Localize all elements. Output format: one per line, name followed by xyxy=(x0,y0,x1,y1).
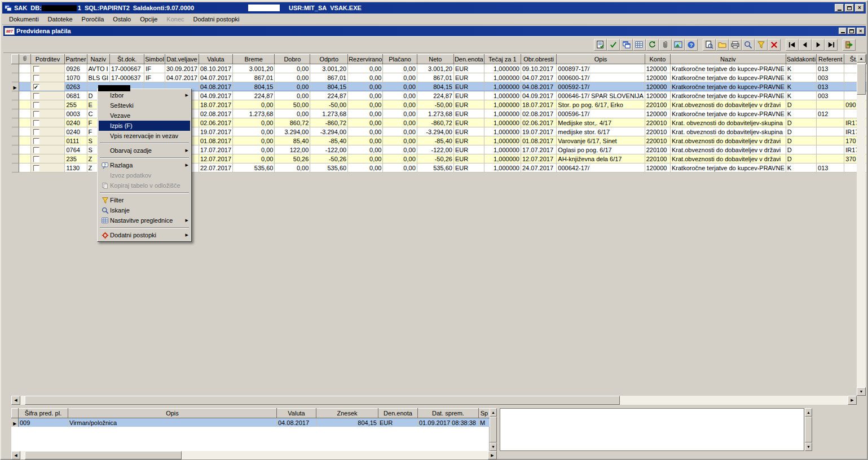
cell-konto[interactable]: 220100 xyxy=(645,100,670,109)
scrollbar-thumb[interactable] xyxy=(25,451,182,459)
cell-konto[interactable]: 220100 xyxy=(645,145,670,154)
cell-breme[interactable]: 0,00 xyxy=(233,154,275,163)
cell-neto[interactable]: 535,60 xyxy=(417,163,453,172)
cell-breme[interactable]: 535,60 xyxy=(233,163,275,172)
confirm-checkbox[interactable] xyxy=(33,138,39,144)
cell-odprto[interactable]: -122,00 xyxy=(310,145,348,154)
scroll-down-button[interactable]: ▼ xyxy=(805,443,812,451)
table-settings-icon[interactable] xyxy=(633,39,646,51)
attachment-icon[interactable] xyxy=(659,39,672,51)
column-header-obr_obresti[interactable]: Obr.obresti xyxy=(521,55,557,64)
cell-obr_obresti[interactable]: 18.07.2017 xyxy=(521,100,557,109)
scroll-down-button[interactable]: ▼ xyxy=(857,387,866,396)
cell-partner[interactable]: 0681 xyxy=(65,91,87,100)
confirm-checkbox[interactable] xyxy=(33,120,39,126)
cell-obr_obresti[interactable]: 04.07.2017 xyxy=(521,73,557,82)
cell-placano[interactable]: 0,00 xyxy=(383,64,417,73)
cell-referent[interactable] xyxy=(817,154,844,163)
column-header-dat_sprem[interactable]: Dat. sprem. xyxy=(418,409,479,418)
cell-valuta[interactable]: 19.07.2017 xyxy=(199,127,232,136)
cell-potrditev[interactable] xyxy=(30,154,65,163)
cell-opis[interactable]: 000646-17/ SPAR SLOVENIJA xyxy=(557,91,645,100)
cell-opis[interactable]: 000592-17/ xyxy=(557,82,645,91)
table-row[interactable]: 0926AVTO I17-000667IF30.09.201708.10.201… xyxy=(12,64,867,73)
cell-den_enota[interactable]: EUR xyxy=(453,64,484,73)
cell-breme[interactable]: 0,00 xyxy=(233,118,275,127)
cell-valuta[interactable]: 22.07.2017 xyxy=(199,163,232,172)
cell-odprto[interactable]: -3.294,00 xyxy=(310,127,348,136)
cell-valuta[interactable]: 18.07.2017 xyxy=(199,100,232,109)
child-restore-button[interactable] xyxy=(848,28,856,34)
cell-saldakonti[interactable]: D xyxy=(786,100,816,109)
cell-neto[interactable]: -3.294,00 xyxy=(417,127,453,136)
cell-dobro[interactable]: 0,00 xyxy=(275,73,310,82)
row-selector[interactable] xyxy=(12,145,19,154)
column-header-referent[interactable]: Referent xyxy=(817,55,844,64)
cell-opis[interactable]: 000600-17/ xyxy=(557,73,645,82)
context-menu-item-vezave[interactable]: Vezave xyxy=(99,110,190,121)
cell-breme[interactable]: 3.001,20 xyxy=(233,64,275,73)
cell-valuta[interactable]: 02.06.2017 xyxy=(199,118,232,127)
cell-tecaj_za_1[interactable]: 1,000000 xyxy=(484,127,521,136)
cell-saldakonti[interactable]: D xyxy=(786,127,816,136)
cell-odprto[interactable]: 1.273,68 xyxy=(310,109,348,118)
cell-konto[interactable]: 120000 xyxy=(645,82,670,91)
cell-opis[interactable]: AH-književna dela 6/17 xyxy=(557,154,645,163)
column-header-den_enota[interactable]: Den.enota xyxy=(378,409,418,418)
scroll-right-button[interactable]: ▶ xyxy=(848,396,857,405)
cell-potrditev[interactable] xyxy=(30,91,65,100)
cell-konto[interactable]: 120000 xyxy=(645,73,670,82)
column-header-clip[interactable] xyxy=(19,55,30,64)
cell-obr_obresti[interactable]: 19.07.2017 xyxy=(521,127,557,136)
cell-placano[interactable]: 0,00 xyxy=(383,154,417,163)
cell-clip[interactable] xyxy=(19,163,30,172)
scrollbar-track[interactable] xyxy=(20,451,488,459)
windows-icon[interactable] xyxy=(620,39,633,51)
cell-neto[interactable]: -122,00 xyxy=(417,145,453,154)
clear-filter-icon[interactable] xyxy=(768,39,781,51)
main-table-hscrollbar[interactable]: ◀ ▶ xyxy=(11,396,857,405)
memo-vscrollbar[interactable]: ▲ ▼ xyxy=(805,408,812,451)
column-header-breme[interactable]: Breme xyxy=(233,55,275,64)
cell-placano[interactable]: 0,00 xyxy=(383,118,417,127)
cell-partner[interactable]: 0240 xyxy=(65,118,87,127)
cell-potrditev[interactable] xyxy=(30,64,65,73)
row-selector[interactable] xyxy=(12,109,19,118)
cell-dobro[interactable]: 0,00 xyxy=(275,82,310,91)
cell-opis[interactable]: 000897-17/ xyxy=(557,64,645,73)
column-header-opis[interactable]: Opis xyxy=(557,55,645,64)
column-header-odprto[interactable]: Odprto xyxy=(310,55,348,64)
confirm-checkbox[interactable] xyxy=(33,102,39,108)
cell-breme[interactable]: 867,01 xyxy=(233,73,275,82)
filter-icon[interactable] xyxy=(755,39,768,51)
cell-simbol[interactable]: IF xyxy=(144,64,165,73)
scroll-up-button[interactable]: ▲ xyxy=(490,408,497,417)
cell-clip[interactable] xyxy=(19,91,30,100)
cell-konto_naziv[interactable]: Krat.obveznosti do dobaviteljev v državi xyxy=(671,136,786,145)
cell-tecaj_za_1[interactable]: 1,000000 xyxy=(484,100,521,109)
cell-konto_naziv[interactable]: Krat.obveznosti do dobaviteljev v državi xyxy=(671,100,786,109)
cell-odprto[interactable]: -50,26 xyxy=(310,154,348,163)
row-selector[interactable] xyxy=(12,73,19,82)
column-header-neto[interactable]: Neto xyxy=(417,55,453,64)
column-header-konto_naziv[interactable]: Naziv xyxy=(671,55,786,64)
cell-potrditev[interactable] xyxy=(30,136,65,145)
corner-header[interactable] xyxy=(12,409,19,418)
cell-den_enota[interactable]: EUR xyxy=(453,136,484,145)
context-menu-item-izpis-f[interactable]: Izpis (F) xyxy=(99,121,190,131)
cell-opis[interactable]: Varovanje 6/17, Sinet xyxy=(557,136,645,145)
context-menu-item-vpis-rezervacije-in-vezav[interactable]: Vpis rezervacije in vezav xyxy=(99,131,190,141)
cell-referent[interactable]: 012 xyxy=(817,109,844,118)
cell-clip[interactable] xyxy=(19,136,30,145)
row-selector[interactable] xyxy=(12,136,19,145)
cell-valuta[interactable]: 04.07.2017 xyxy=(199,73,232,82)
cell-den_enota[interactable]: EUR xyxy=(453,163,484,172)
cell-opis[interactable]: medijske stor. 6/17 xyxy=(557,127,645,136)
column-header-tecaj_za_1[interactable]: Tečaj za 1 xyxy=(484,55,521,64)
minimize-button[interactable] xyxy=(835,4,844,12)
cell-dobro[interactable]: 0,00 xyxy=(275,91,310,100)
cell-konto_naziv[interactable]: Krat.obveznosti do dobaviteljev v državi xyxy=(671,145,786,154)
cell-tecaj_za_1[interactable]: 1,000000 xyxy=(484,91,521,100)
cell-dobro[interactable]: 0,00 xyxy=(275,163,310,172)
cell-konto_naziv[interactable]: Kratkoročne terjatve do kupcev-PRAVNE xyxy=(671,109,786,118)
